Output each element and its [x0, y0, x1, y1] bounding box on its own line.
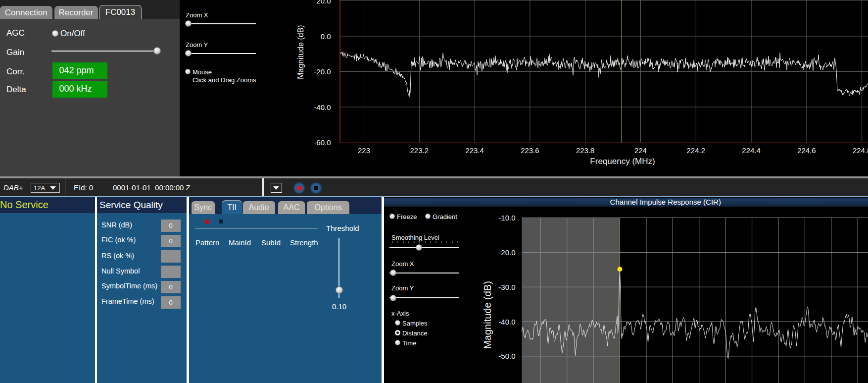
svg-text:-50.0: -50.0 [498, 352, 515, 360]
svg-text:Magnitude (dB): Magnitude (dB) [296, 25, 305, 79]
svg-text:224.8: 224.8 [853, 146, 868, 155]
svg-text:223: 223 [358, 146, 370, 155]
svg-text:224.4: 224.4 [742, 146, 761, 155]
svg-text:223.6: 223.6 [521, 146, 539, 155]
svg-text:223.4: 223.4 [465, 146, 484, 155]
svg-text:-60.0: -60.0 [314, 138, 331, 147]
svg-text:-30.0: -30.0 [498, 283, 515, 291]
svg-text:20.0: 20.0 [316, 0, 331, 5]
svg-text:224: 224 [634, 146, 647, 155]
svg-text:-40.0: -40.0 [498, 318, 515, 326]
svg-text:-20.0: -20.0 [314, 67, 331, 76]
svg-text:-20.0: -20.0 [498, 248, 515, 257]
svg-text:-40.0: -40.0 [314, 103, 331, 111]
svg-text:-10.0: -10.0 [498, 214, 515, 222]
svg-text:224.6: 224.6 [797, 146, 816, 155]
svg-text:Frequency (MHz): Frequency (MHz) [590, 157, 655, 166]
svg-text:224.2: 224.2 [687, 146, 706, 155]
svg-text:223.2: 223.2 [410, 146, 429, 155]
svg-text:223.8: 223.8 [576, 146, 595, 155]
svg-text:Magnitude (dB): Magnitude (dB) [482, 281, 493, 349]
svg-text:0.0: 0.0 [321, 32, 331, 41]
